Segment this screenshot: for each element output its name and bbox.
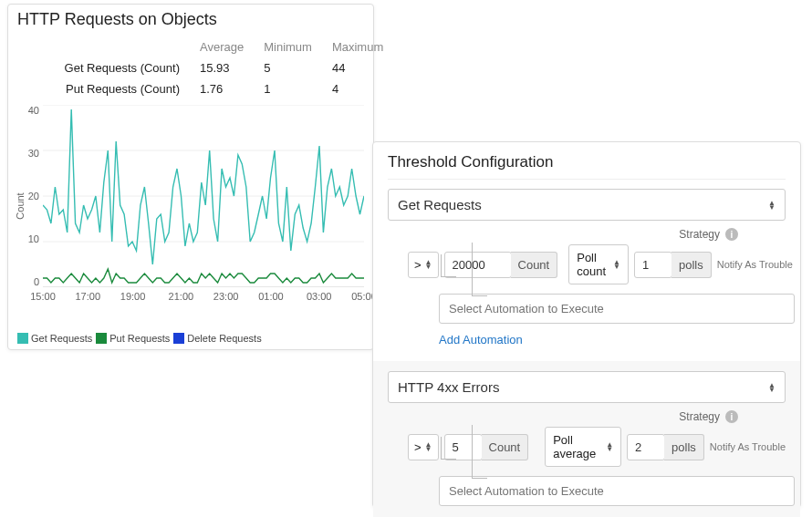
updown-icon: ▲▼ — [606, 442, 613, 451]
poll-value-input[interactable] — [634, 252, 672, 278]
notify-label: Notify As Trouble — [710, 441, 786, 452]
automation-select[interactable] — [439, 476, 795, 506]
chart-legend: Get Requests Put Requests Delete Request… — [17, 333, 262, 344]
stats-cell: 5 — [264, 57, 332, 78]
y-tick: 30 — [28, 148, 39, 159]
stats-row: Put Requests (Count) 1.76 1 4 — [43, 78, 403, 99]
notify-label: Notify As Trouble — [717, 259, 793, 270]
stats-cell: 1 — [264, 78, 332, 99]
threshold-rule: HTTP 4xx Errors ▲▼ Strategy i >▲▼ Count … — [373, 361, 800, 517]
legend-item[interactable]: Put Requests — [96, 333, 170, 344]
threshold-panel: Threshold Configuration Get Requests ▲▼ … — [372, 141, 801, 508]
y-tick: 40 — [28, 105, 39, 116]
strategy-select[interactable]: Poll count▲▼ — [568, 244, 629, 284]
info-icon[interactable]: i — [725, 228, 738, 241]
legend-item[interactable]: Delete Requests — [173, 333, 261, 344]
legend-label: Get Requests — [31, 333, 92, 344]
stats-cell: 1.76 — [200, 78, 264, 99]
http-panel-title: HTTP Requests on Objects — [17, 10, 364, 29]
metric-select[interactable]: Get Requests ▲▼ — [388, 189, 786, 221]
legend-item[interactable]: Get Requests — [17, 333, 92, 344]
stats-header-min: Minimum — [264, 36, 332, 57]
operator-select[interactable]: >▲▼ — [408, 252, 439, 278]
y-tick: 0 — [34, 276, 39, 287]
metric-select-value: HTTP 4xx Errors — [398, 379, 499, 395]
stats-header-blank — [43, 36, 200, 57]
legend-label: Put Requests — [109, 333, 170, 344]
threshold-title: Threshold Configuration — [388, 153, 786, 171]
stats-row-label: Get Requests (Count) — [43, 57, 200, 78]
condition-row: >▲▼ Count Poll average▲▼ polls Notify As… — [408, 427, 786, 467]
stats-header-max: Maximum — [332, 36, 403, 57]
x-tick: 19:00 — [120, 291, 146, 302]
y-tick: 20 — [28, 191, 39, 202]
add-automation-link[interactable]: Add Automation — [439, 333, 786, 346]
updown-icon: ▲▼ — [768, 201, 776, 210]
info-icon[interactable]: i — [725, 410, 738, 423]
automation-select[interactable] — [439, 294, 795, 324]
x-tick: 01:00 — [258, 291, 284, 302]
plot-area — [43, 105, 364, 287]
legend-swatch — [173, 333, 184, 344]
x-tick: 17:00 — [76, 291, 101, 302]
poll-value-input[interactable] — [627, 434, 665, 460]
legend-swatch — [96, 333, 107, 344]
polls-unit: polls — [671, 252, 712, 278]
strategy-label: Strategy — [679, 410, 720, 423]
metric-select-value: Get Requests — [398, 197, 482, 212]
x-tick: 15:00 — [30, 291, 56, 302]
x-tick: 23:00 — [213, 291, 239, 302]
count-unit: Count — [482, 434, 529, 460]
line-chart: Count 40 30 20 10 0 15:00 17:00 19:00 21… — [43, 105, 364, 315]
y-tick: 10 — [28, 233, 39, 244]
operator-select[interactable]: >▲▼ — [408, 434, 439, 460]
count-unit: Count — [511, 252, 558, 278]
stats-cell: 44 — [332, 57, 403, 78]
x-tick: 21:00 — [169, 291, 194, 302]
legend-swatch — [17, 333, 28, 344]
strategy-label: Strategy — [679, 228, 720, 241]
stats-header-avg: Average — [200, 36, 264, 57]
updown-icon: ▲▼ — [425, 442, 432, 451]
condition-row: >▲▼ Count Poll count▲▼ polls Notify As T… — [408, 244, 786, 284]
stats-row-label: Put Requests (Count) — [43, 78, 200, 99]
threshold-rule: Get Requests ▲▼ Strategy i >▲▼ Count Pol… — [388, 179, 786, 361]
updown-icon: ▲▼ — [613, 260, 620, 269]
y-axis: 40 30 20 10 0 — [17, 105, 39, 287]
x-tick: 03:00 — [307, 291, 332, 302]
stats-cell: 15.93 — [200, 57, 264, 78]
http-requests-panel: HTTP Requests on Objects Average Minimum… — [7, 4, 374, 350]
metric-select[interactable]: HTTP 4xx Errors ▲▼ — [388, 371, 786, 403]
updown-icon: ▲▼ — [768, 383, 776, 392]
legend-label: Delete Requests — [187, 333, 261, 344]
polls-unit: polls — [664, 434, 704, 460]
stats-table: Average Minimum Maximum Get Requests (Co… — [43, 36, 403, 99]
stats-row: Get Requests (Count) 15.93 5 44 — [43, 57, 403, 78]
updown-icon: ▲▼ — [425, 260, 432, 269]
strategy-select[interactable]: Poll average▲▼ — [545, 427, 621, 467]
stats-cell: 4 — [332, 78, 403, 99]
